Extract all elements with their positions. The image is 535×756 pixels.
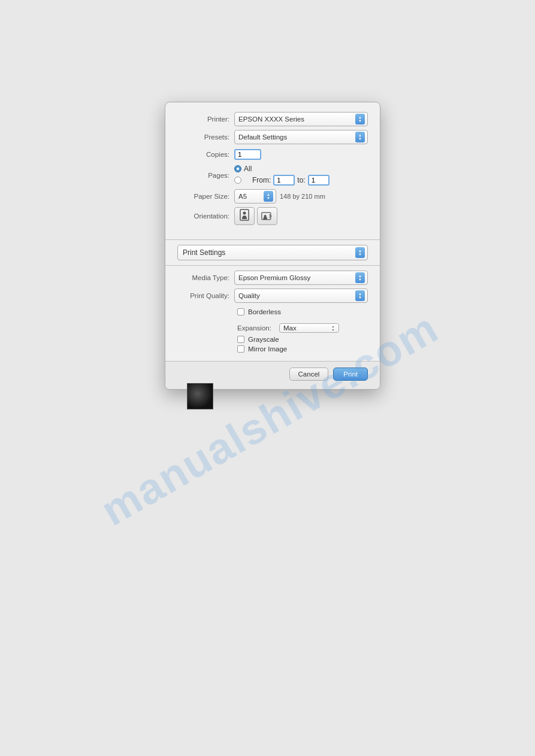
portrait-icon <box>238 209 250 223</box>
orientation-row: Orientation: <box>177 207 368 225</box>
panel-select-arrow <box>355 247 365 258</box>
presets-select-arrow <box>355 132 365 142</box>
divider-1 <box>165 239 380 240</box>
orientation-label: Orientation: <box>177 212 234 220</box>
printer-label: Printer: <box>177 116 234 123</box>
pages-all-radio[interactable] <box>234 165 241 172</box>
paper-size-arrow <box>264 191 273 202</box>
print-dialog: Printer: EPSON XXXX Series Presets: Defa… <box>165 102 380 390</box>
presets-select[interactable]: Default Settings <box>234 130 368 144</box>
mirror-image-label: Mirror Image <box>248 345 287 353</box>
panel-select[interactable]: Print Settings <box>177 245 368 260</box>
printer-select-arrow <box>355 114 365 125</box>
copies-row: Copies: <box>177 148 368 161</box>
grayscale-checkbox[interactable] <box>237 336 244 343</box>
expansion-label: Expansion: <box>237 324 279 332</box>
paper-size-dims: 148 by 210 mm <box>280 193 325 200</box>
cancel-button[interactable]: Cancel <box>289 368 329 381</box>
pages-to-label: to: <box>297 176 305 184</box>
printer-select[interactable]: EPSON XXXX Series <box>234 112 368 126</box>
expansion-select[interactable]: Max <box>279 323 339 333</box>
paper-size-row: Paper Size: A5 148 by 210 mm <box>177 189 368 204</box>
landscape-button[interactable] <box>257 207 277 225</box>
mirror-image-checkbox[interactable] <box>237 345 244 353</box>
pages-to-input[interactable] <box>308 175 330 186</box>
paper-size-value: A5 <box>238 193 261 200</box>
borderless-checkbox[interactable] <box>237 308 244 315</box>
pages-row: Pages: All From: to: <box>177 165 368 186</box>
presets-label: Presets: <box>177 133 234 141</box>
print-settings-section: Media Type: Epson Premium Glossy Print Q… <box>165 271 380 361</box>
pages-range: From: to: <box>252 175 330 186</box>
borderless-row: Borderless <box>237 306 368 320</box>
panel-select-label: Print Settings <box>183 248 353 257</box>
pages-all-row: All <box>234 165 368 173</box>
print-quality-select-arrow <box>355 290 365 301</box>
pages-from-row: From: to: <box>234 175 368 186</box>
pages-from-input[interactable] <box>273 175 295 186</box>
landscape-icon <box>261 209 273 223</box>
media-type-select[interactable]: Epson Premium Glossy <box>234 271 368 285</box>
presets-row: Presets: Default Settings <box>177 130 368 144</box>
orientation-buttons <box>234 207 368 225</box>
print-button[interactable]: Print <box>333 368 368 381</box>
media-type-label: Media Type: <box>177 274 234 281</box>
media-type-row: Media Type: Epson Premium Glossy <box>177 271 368 285</box>
expansion-value: Max <box>283 324 329 332</box>
pages-from-radio[interactable] <box>234 177 241 184</box>
print-quality-select[interactable]: Quality <box>234 289 368 303</box>
paper-size-controls: A5 148 by 210 mm <box>234 189 368 204</box>
svg-point-1 <box>243 212 246 215</box>
paper-size-label: Paper Size: <box>177 193 234 200</box>
print-quality-label: Print Quality: <box>177 292 234 299</box>
pages-options: All From: to: <box>234 165 368 186</box>
printer-value: EPSON XXXX Series <box>238 116 353 123</box>
copies-label: Copies: <box>177 151 234 158</box>
copies-input[interactable] <box>234 149 261 160</box>
borderless-checkbox-row: Borderless <box>237 308 281 315</box>
pages-label: Pages: <box>177 172 234 179</box>
image-thumbnail <box>187 383 213 409</box>
borderless-label: Borderless <box>248 308 281 315</box>
pages-all-label: All <box>244 165 252 173</box>
media-type-value: Epson Premium Glossy <box>238 274 353 281</box>
presets-value: Default Settings <box>238 133 353 141</box>
print-quality-value: Quality <box>238 292 353 299</box>
thumbnail-inner <box>188 384 213 409</box>
panel-select-row: Print Settings <box>177 245 368 260</box>
grayscale-row: Grayscale <box>237 336 368 343</box>
mirror-image-row: Mirror Image <box>237 345 368 353</box>
portrait-button[interactable] <box>234 207 255 225</box>
print-quality-row: Print Quality: Quality <box>177 289 368 303</box>
expansion-select-arrow <box>329 324 337 332</box>
media-type-select-arrow <box>355 272 365 283</box>
printer-row: Printer: EPSON XXXX Series <box>177 112 368 126</box>
expansion-row: Expansion: Max <box>237 323 368 333</box>
pages-from-label: From: <box>252 176 271 184</box>
divider-2 <box>165 265 380 266</box>
grayscale-label: Grayscale <box>248 336 279 343</box>
paper-size-select[interactable]: A5 <box>234 189 276 204</box>
